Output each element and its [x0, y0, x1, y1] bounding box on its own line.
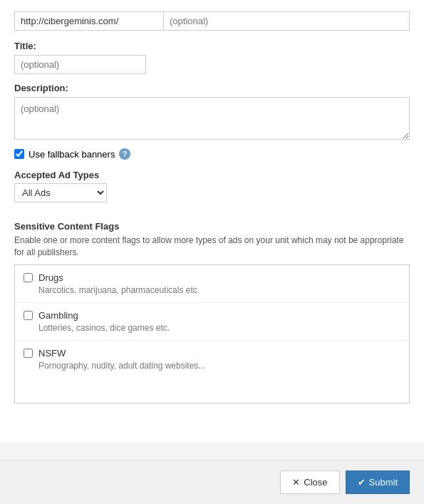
help-icon[interactable]: ? — [119, 148, 130, 160]
description-field-group: Description: — [14, 83, 410, 140]
drugs-label: Drugs — [38, 272, 63, 283]
title-label: Title: — [14, 41, 410, 51]
flag-header-nsfw: NSFW — [24, 348, 400, 359]
drugs-desc: Narcotics, marijuana, pharmaceuticals et… — [38, 285, 400, 295]
close-label: Close — [304, 477, 327, 488]
fallback-row: Use fallback banners ? — [14, 148, 410, 160]
gambling-label: Gambling — [38, 310, 78, 321]
form-content: Title: Description: Use fallback banners… — [0, 0, 424, 442]
url-input[interactable] — [14, 11, 164, 31]
nsfw-checkbox[interactable] — [24, 349, 33, 358]
flag-item-nsfw: NSFW Pornography, nudity, adult dating w… — [15, 341, 409, 378]
description-label: Description: — [14, 83, 410, 93]
gambling-checkbox[interactable] — [24, 311, 33, 320]
ad-types-group: Accepted Ad Types All Ads Banner Ads Tex… — [14, 170, 410, 212]
fallback-checkbox[interactable] — [14, 149, 24, 159]
flag-item-gambling: Gambling Lotteries, casinos, dice games … — [15, 303, 409, 341]
description-textarea[interactable] — [14, 97, 410, 140]
flag-item-drugs: Drugs Narcotics, marijuana, pharmaceutic… — [15, 265, 409, 303]
nsfw-label: NSFW — [38, 348, 66, 359]
submit-icon: ✔ — [358, 477, 366, 488]
gambling-desc: Lotteries, casinos, dice games etc. — [38, 323, 400, 333]
flag-header-gambling: Gambling — [24, 310, 400, 321]
ad-types-select[interactable]: All Ads Banner Ads Text Ads — [14, 183, 107, 202]
ad-types-label: Accepted Ad Types — [14, 170, 410, 180]
close-icon: ✕ — [292, 477, 300, 488]
submit-button[interactable]: ✔ Submit — [346, 470, 410, 494]
flags-container[interactable]: Drugs Narcotics, marijuana, pharmaceutic… — [14, 264, 410, 403]
flag-header-drugs: Drugs — [24, 272, 400, 283]
close-button[interactable]: ✕ Close — [280, 470, 339, 494]
fallback-label: Use fallback banners — [29, 149, 115, 160]
title-input[interactable] — [14, 55, 146, 74]
submit-label: Submit — [369, 477, 398, 488]
footer-bar: ✕ Close ✔ Submit — [0, 460, 424, 504]
title-field-group: Title: — [14, 41, 410, 74]
sensitive-flags-section: Sensitive Content Flags Enable one or mo… — [14, 221, 410, 403]
sensitive-title: Sensitive Content Flags — [14, 221, 410, 232]
url-row — [14, 11, 410, 31]
nsfw-desc: Pornography, nudity, adult dating websit… — [38, 361, 400, 371]
drugs-checkbox[interactable] — [24, 273, 33, 282]
url-optional-input[interactable] — [164, 11, 410, 31]
sensitive-desc: Enable one or more content flags to allo… — [14, 235, 410, 259]
